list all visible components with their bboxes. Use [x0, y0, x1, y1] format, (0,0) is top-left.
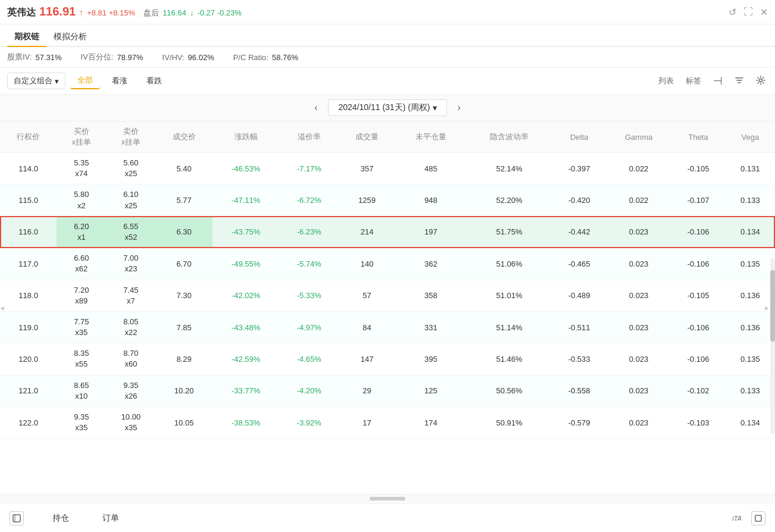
cell-ask: 8.70x60	[106, 343, 155, 375]
col-header-bid: 买价x挂单	[57, 121, 106, 153]
cell-bid: 6.60x62	[57, 248, 106, 280]
cell-premium: -5.33%	[280, 280, 339, 311]
cell-vega: 0.131	[726, 153, 775, 184]
col-header-ask: 卖价x挂单	[106, 121, 155, 153]
stock-name: 英伟达	[7, 7, 36, 19]
filter-all-button[interactable]: 全部	[70, 73, 100, 89]
settings-icon[interactable]	[754, 74, 768, 88]
cell-delta: -0.442	[552, 216, 606, 248]
table-row[interactable]: 120.08.35x558.70x608.29-42.59%-4.65%1473…	[0, 343, 775, 375]
cell-iv: 50.56%	[467, 375, 552, 406]
table-row[interactable]: 119.07.75x358.05x227.85-43.48%-4.97%8433…	[0, 311, 775, 343]
stat-iv-percentile: IV百分位: 78.97%	[81, 52, 143, 62]
col-header-strike: 行权价	[0, 121, 57, 153]
custom-combo-button[interactable]: 自定义组合 ▾	[7, 73, 65, 89]
cell-gamma: 0.023	[607, 343, 671, 375]
cell-change-pct: -42.59%	[212, 343, 280, 375]
cell-last: 5.40	[156, 153, 212, 184]
cell-delta: -0.533	[552, 343, 606, 375]
cell-premium: -7.17%	[280, 153, 339, 184]
cell-theta: -0.107	[671, 184, 725, 216]
expand-icon[interactable]: ⛶	[743, 7, 753, 18]
cell-volume: 1259	[339, 184, 395, 216]
cell-ask: 7.00x23	[106, 248, 155, 280]
window-controls: ↺ ⛶ ✕	[729, 7, 768, 18]
cell-iv: 51.06%	[467, 248, 552, 280]
cell-premium: -4.65%	[280, 343, 339, 375]
filter-put-button[interactable]: 看跌	[139, 73, 169, 89]
stat-iv-label: 股票IV:	[7, 52, 32, 62]
date-prev-button[interactable]: ‹	[311, 101, 321, 114]
cell-strike: 115.0	[0, 184, 57, 216]
date-dropdown-icon: ▾	[433, 103, 437, 112]
stat-iv-pct-label: IV百分位:	[81, 52, 114, 62]
col-header-premium: 溢价率	[280, 121, 339, 153]
col-header-vega: Vega	[726, 121, 775, 153]
scrollbar-thumb[interactable]	[770, 270, 775, 342]
price-up-arrow-icon: ↑	[79, 8, 83, 17]
cell-iv: 50.91%	[467, 407, 552, 439]
table-row[interactable]: 117.06.60x627.00x236.70-49.55%-5.74%1403…	[0, 248, 775, 280]
cell-theta: -0.106	[671, 343, 725, 375]
list-view-button[interactable]: 列表	[656, 74, 676, 87]
table-row[interactable]: 116.06.20x16.55x526.30-43.75%-6.23%21419…	[0, 216, 775, 248]
cell-iv: 52.14%	[467, 153, 552, 184]
table-row[interactable]: 122.09.35x3510.00x3510.05-38.53%-3.92%17…	[0, 407, 775, 439]
orders-button[interactable]: 订单	[98, 511, 124, 526]
holdings-button[interactable]: 持仓	[48, 511, 74, 526]
cell-theta: -0.106	[671, 248, 725, 280]
tab-options-chain[interactable]: 期权链	[7, 28, 46, 46]
cell-volume: 147	[339, 343, 395, 375]
portfolio-icon[interactable]	[10, 511, 24, 525]
cell-oi: 174	[395, 407, 467, 439]
table-row[interactable]: 118.07.20x897.45x77.30-42.02%-5.33%57358…	[0, 280, 775, 311]
date-text: 2024/10/11 (31天) (周权)	[338, 102, 430, 113]
date-next-button[interactable]: ›	[454, 101, 464, 114]
cell-change-pct: -43.48%	[212, 311, 280, 343]
cell-delta: -0.397	[552, 153, 606, 184]
vertical-scrollbar[interactable]	[770, 258, 775, 434]
cell-iv: 51.46%	[467, 343, 552, 375]
cell-oi: 395	[395, 343, 467, 375]
stat-pc-value: 58.76%	[272, 53, 298, 62]
cell-iv: 51.14%	[467, 311, 552, 343]
cell-last: 5.77	[156, 184, 212, 216]
cell-last: 6.70	[156, 248, 212, 280]
cell-strike: 121.0	[0, 375, 57, 406]
tag-view-button[interactable]: 标签	[683, 74, 704, 87]
cell-vega: 0.135	[726, 343, 775, 375]
col-header-oi: 未平仓量	[395, 121, 467, 153]
cell-volume: 214	[339, 216, 395, 248]
cell-ask: 6.55x52	[106, 216, 155, 248]
cell-strike: 116.0	[0, 216, 57, 248]
after-hours-change: -0.27 -0.23%	[197, 8, 241, 17]
table-row[interactable]: 114.05.35x745.60x255.40-46.53%-7.17%3574…	[0, 153, 775, 184]
tab-sim-analysis[interactable]: 模拟分析	[46, 28, 94, 46]
horizontal-scroll-thumb[interactable]	[370, 497, 405, 500]
filter-call-button[interactable]: 看涨	[105, 73, 135, 89]
col-header-delta: Delta	[552, 121, 606, 153]
close-icon[interactable]: ✕	[760, 7, 768, 18]
cell-theta: -0.102	[671, 375, 725, 406]
filter-icon[interactable]	[732, 74, 746, 88]
cell-oi: 948	[395, 184, 467, 216]
cell-bid: 7.75x35	[57, 311, 106, 343]
cell-theta: -0.106	[671, 311, 725, 343]
cell-strike: 120.0	[0, 343, 57, 375]
stat-pc-label: P/C Ratio:	[233, 53, 268, 62]
date-label-button[interactable]: 2024/10/11 (31天) (周权) ▾	[328, 99, 446, 116]
after-hours-price: 116.64	[162, 8, 186, 17]
minimize-icon[interactable]	[751, 511, 765, 525]
cell-change-pct: -47.11%	[212, 184, 280, 216]
options-table-container: 行权价 买价x挂单 卖价x挂单 成交价 涨跌幅 溢价率 成交量 未平仓量 隐含波…	[0, 121, 775, 494]
toolbar: 自定义组合 ▾ 全部 看涨 看跌 列表 标签 ⊣	[0, 68, 775, 95]
col-header-theta: Theta	[671, 121, 725, 153]
collapse-icon[interactable]: ⊣	[711, 73, 725, 89]
cell-premium: -5.74%	[280, 248, 339, 280]
stock-price: 116.91	[39, 5, 76, 18]
cell-theta: -0.106	[671, 216, 725, 248]
table-row[interactable]: 115.05.80x26.10x255.77-47.11%-6.72%12599…	[0, 184, 775, 216]
table-row[interactable]: 121.08.65x109.35x2610.20-33.77%-4.20%291…	[0, 375, 775, 406]
refresh-icon[interactable]: ↺	[729, 7, 736, 18]
ita-label: iTA	[732, 515, 742, 522]
